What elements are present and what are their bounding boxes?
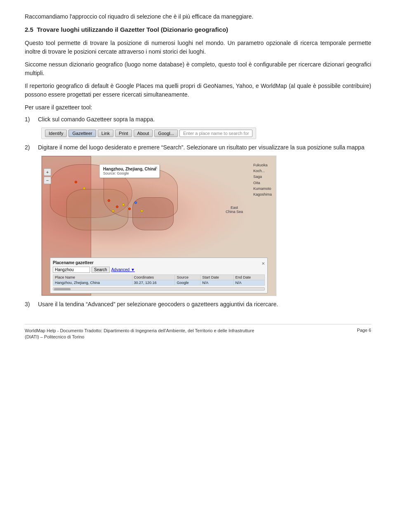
map-screenshot: + − ✕ Hangzhou, Zhejiang, China Source: … [41, 156, 276, 296]
map-screenshot-container: + − ✕ Hangzhou, Zhejiang, China Source: … [41, 156, 371, 296]
step-1-text: Click sul comando Gazetteer sopra la map… [38, 116, 155, 123]
footer-text: WorldMap Help - Documento Tradotto: Dipa… [25, 328, 254, 334]
label-kumamoto: Kumamoto [253, 186, 272, 192]
gazetteer-title: Placename gazetteer [53, 260, 94, 265]
map-dot-9 [83, 187, 85, 189]
step-1: 1) Click sul comando Gazetteer sopra la … [25, 116, 371, 123]
label-koch: Koch... [253, 168, 272, 174]
cell-place-name: Hangzhou, Zhejiang, China [53, 280, 132, 285]
gazetteer-search-input[interactable] [53, 267, 90, 273]
paragraph-2: Siccome nessun dizionario geografico (lu… [25, 60, 371, 78]
toolbar-print-btn[interactable]: Print [115, 130, 132, 137]
toolbar-screenshot: Identify Gazetteer Link Print About Goog… [41, 128, 371, 139]
scrollbar-thumb [54, 288, 71, 291]
paragraph-1: Questo tool permette di trovare la posiz… [25, 39, 371, 56]
map-dot-6 [108, 199, 110, 202]
step-1-number: 1) [25, 116, 35, 123]
cell-end-date: N/A [233, 280, 265, 285]
section-title: Trovare luoghi utilizzando il Gazetter T… [37, 26, 228, 33]
map-dot-1 [116, 206, 118, 208]
tooltip-close-btn[interactable]: ✕ [154, 166, 158, 170]
col-coordinates: Coordinates [132, 274, 175, 280]
step-3-text: Usare il la tendina “Advanced” per selez… [38, 301, 278, 307]
label-kagoshima: Kagoshima [253, 192, 272, 197]
east-china-sea-label: EastChina Sea [226, 206, 243, 214]
map-dot-4 [112, 210, 114, 212]
toolbar-gazetteer-btn[interactable]: Gazetteer [68, 130, 96, 137]
cell-start-date: N/A [200, 280, 233, 285]
map-right-labels: Fukuoka Koch... Saga Oita Kumamoto Kagos… [253, 162, 272, 198]
section-heading: 2.5 Trovare luoghi utilizzando il Gazett… [25, 25, 371, 35]
cell-coordinates: 30.27, 120.16 [132, 280, 175, 285]
step-3: 3) Usare il la tendina “Advanced” per se… [25, 301, 371, 307]
gazetteer-panel: Placename gazetteer ✕ Search Advanced ▼ … [50, 258, 268, 293]
gazetteer-close-btn[interactable]: ✕ [262, 261, 265, 266]
col-place-name: Place Name [53, 274, 132, 280]
map-dot-3 [128, 208, 131, 210]
table-row[interactable]: Hangzhou, Zhejiang, China 30.27, 120.16 … [53, 280, 265, 285]
step-2: 2) Digitare il nome del luogo desiderato… [25, 144, 371, 151]
map-dot-5 [134, 201, 137, 204]
toolbar-about-btn[interactable]: About [134, 130, 153, 137]
toolbar-search-field: Enter a place name to search for [179, 130, 253, 137]
map-zoom-in-btn[interactable]: + [44, 168, 51, 176]
tooltip-source: Source: Google [103, 171, 156, 175]
map-dot-2 [122, 203, 125, 206]
footer-page-number: Page 6 [357, 328, 371, 333]
step-2-text: Digitare il nome del luogo desiderato e … [38, 144, 364, 151]
toolbar-image: Identify Gazetteer Link Print About Goog… [41, 128, 256, 139]
map-dot-8 [75, 181, 77, 183]
label-oita: Oita [253, 180, 272, 186]
paragraph-3: Il repertorio geografico di default è Go… [25, 82, 371, 99]
map-dot-7 [141, 210, 143, 212]
map-controls: + − [44, 168, 51, 184]
gazetteer-search-row: Search Advanced ▼ [53, 267, 265, 273]
gazetteer-table-header: Place Name Coordinates Source Start Date… [53, 274, 265, 280]
footer-left: WorldMap Help - Documento Tradotto: Dipa… [25, 328, 254, 340]
toolbar-identify-btn[interactable]: Identify [45, 130, 67, 137]
cell-source: Google [175, 280, 200, 285]
col-start-date: Start Date [200, 274, 233, 280]
toolbar-link-btn[interactable]: Link [98, 130, 113, 137]
gazetteer-advanced-link[interactable]: Advanced ▼ [111, 267, 135, 272]
map-region-4 [132, 197, 174, 230]
step-3-number: 3) [25, 301, 35, 307]
intro-paragraph: Raccomandiamo l'approccio col riquadro d… [25, 12, 371, 21]
step-2-number: 2) [25, 144, 35, 151]
col-source: Source [175, 274, 200, 280]
label-fukuoka: Fukuoka [253, 162, 272, 168]
map-zoom-out-btn[interactable]: − [44, 177, 51, 184]
col-end-date: End Date [233, 274, 265, 280]
footer-text-2: (DIATI) – Politecnico di Torino [25, 334, 254, 340]
footer: WorldMap Help - Documento Tradotto: Dipa… [25, 324, 371, 340]
section-number: 2.5 [25, 26, 33, 33]
toolbar-google-btn[interactable]: Googl... [154, 130, 178, 137]
gazetteer-scrollbar[interactable] [53, 287, 265, 291]
gazetteer-table: Place Name Coordinates Source Start Date… [53, 274, 265, 286]
gazetteer-search-btn[interactable]: Search [92, 267, 110, 273]
steps-intro: Per usare il gazetteer tool: [25, 103, 371, 112]
tooltip-place-name: Hangzhou, Zhejiang, China [103, 167, 156, 171]
map-tooltip: ✕ Hangzhou, Zhejiang, China Source: Goog… [99, 164, 160, 178]
page-content: Raccomandiamo l'approccio col riquadro d… [25, 12, 371, 340]
label-saga: Saga [253, 174, 272, 180]
